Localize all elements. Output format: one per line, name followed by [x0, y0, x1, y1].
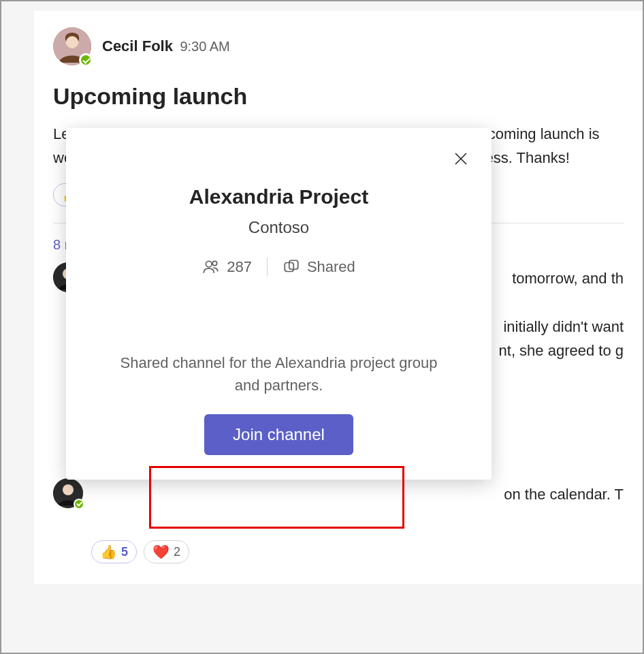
- reaction-thumbs-up[interactable]: 👍 5: [91, 540, 137, 563]
- member-count: 287: [227, 258, 252, 276]
- reply-item: on the calendar. T 👍 5 ❤️ 2: [53, 478, 624, 563]
- close-button[interactable]: [451, 149, 471, 169]
- team-name: Contoso: [91, 218, 467, 237]
- svg-point-6: [63, 484, 74, 495]
- author-avatar[interactable]: [53, 27, 91, 65]
- author-name[interactable]: Cecil Folk: [102, 37, 173, 54]
- people-icon: [202, 258, 220, 276]
- channel-description: Shared channel for the Alexandria projec…: [91, 352, 467, 396]
- post-header: Cecil Folk 9:30 AM: [53, 27, 624, 65]
- channel-stats: 287 Shared: [91, 258, 467, 277]
- reaction-count: 2: [174, 545, 180, 559]
- heart-icon: ❤️: [152, 544, 170, 560]
- presence-available-icon: [74, 499, 84, 510]
- channel-info-popover: Alexandria Project Contoso 287 Shared Sh…: [66, 128, 492, 480]
- channel-name: Alexandria Project: [91, 185, 467, 208]
- svg-point-7: [206, 261, 212, 267]
- reaction-heart[interactable]: ❤️ 2: [144, 540, 189, 563]
- close-icon: [453, 151, 469, 167]
- svg-point-8: [212, 261, 217, 266]
- svg-point-2: [66, 36, 78, 48]
- divider: [267, 258, 268, 277]
- reaction-count: 5: [121, 545, 128, 559]
- reply-body: on the calendar. T: [91, 478, 624, 506]
- post-timestamp: 9:30 AM: [180, 39, 229, 54]
- shared-channel-icon: [283, 258, 300, 276]
- presence-available-icon: [79, 53, 93, 67]
- post-subject: Upcoming launch: [53, 83, 624, 110]
- reply-avatar[interactable]: [53, 478, 83, 508]
- thumbs-up-icon: 👍: [100, 544, 117, 560]
- join-channel-button[interactable]: Join channel: [204, 414, 353, 455]
- shared-label: Shared: [307, 258, 355, 276]
